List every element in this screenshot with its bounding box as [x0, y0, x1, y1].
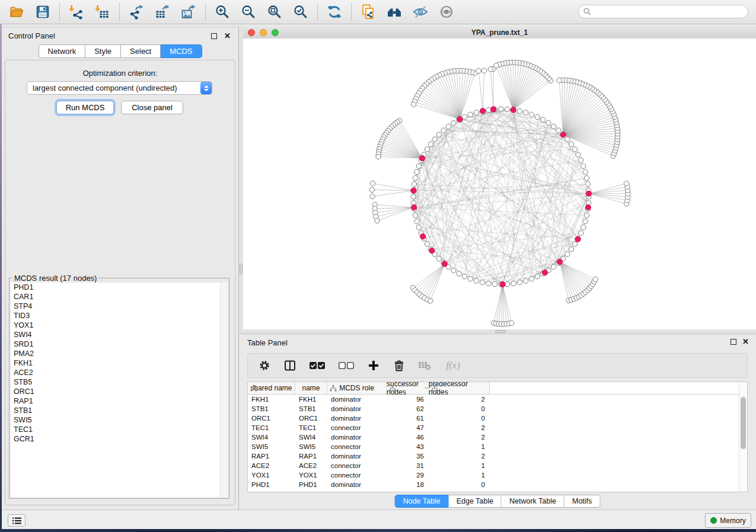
delete-columns-icon[interactable] — [392, 358, 406, 373]
task-history-button[interactable] — [8, 514, 25, 527]
control-panel-tabs: Network Style Select MCDS — [38, 44, 202, 58]
node-table: shared name name MCDS role successor nod… — [247, 382, 748, 492]
column-header-mcds-role[interactable]: MCDS role — [327, 382, 387, 394]
table-row[interactable]: PHD1PHD1dominator180 — [248, 480, 747, 489]
deselect-all-rows-icon[interactable] — [337, 358, 355, 373]
export-image-icon[interactable] — [181, 4, 196, 20]
close-panel-icon[interactable]: ✕ — [742, 338, 749, 345]
zoom-in-icon[interactable] — [215, 4, 230, 20]
new-network-from-selection-icon[interactable] — [361, 4, 376, 20]
table-row[interactable]: TEC1TEC1connector472 — [248, 423, 747, 432]
close-panel-icon[interactable]: ✕ — [224, 33, 231, 39]
tab-mcds[interactable]: MCDS — [161, 44, 202, 58]
splitter-handle[interactable] — [240, 264, 243, 274]
import-group — [60, 4, 119, 20]
open-session-icon[interactable] — [9, 4, 24, 20]
refresh-view-icon[interactable] — [327, 4, 342, 20]
mcds-result-item[interactable]: ACE2 — [11, 368, 228, 377]
float-panel-icon[interactable] — [210, 33, 217, 39]
import-network-icon[interactable] — [69, 4, 84, 20]
table-scrollbar[interactable] — [739, 382, 747, 492]
network-window-titlebar: YPA_prune.txt_1 — [243, 27, 756, 39]
table-row[interactable]: FKH1FKH1dominator962 — [248, 395, 747, 404]
delete-table-icon[interactable] — [417, 358, 432, 373]
table-cell: RAP1 — [248, 453, 295, 460]
import-table-icon[interactable] — [95, 4, 110, 20]
table-cell: 0 — [429, 481, 490, 488]
first-neighbors-icon[interactable] — [387, 4, 402, 20]
run-mcds-button[interactable]: Run MCDS — [56, 101, 114, 114]
tab-network-table[interactable]: Network Table — [502, 495, 564, 508]
export-network-icon[interactable] — [129, 4, 144, 20]
mcds-result-item[interactable]: STB1 — [11, 406, 228, 415]
tab-select[interactable]: Select — [121, 44, 161, 58]
mcds-result-item[interactable]: SWI4 — [11, 330, 228, 339]
table-row[interactable]: ORC1ORC1dominator610 — [248, 414, 747, 423]
mcds-result-item[interactable]: STP4 — [11, 302, 228, 311]
mcds-result-item[interactable]: SWI5 — [11, 415, 228, 425]
mcds-result-item[interactable]: GCR1 — [11, 434, 228, 444]
select-all-rows-icon[interactable] — [308, 358, 326, 373]
splitter-handle[interactable] — [495, 330, 506, 333]
table-row[interactable]: SWI5SWI5connector431 — [248, 442, 747, 451]
vertical-splitter[interactable] — [239, 27, 243, 329]
mcds-result-item[interactable]: YOX1 — [11, 321, 228, 330]
mcds-result-item[interactable]: TEC1 — [11, 425, 228, 434]
column-header-shared-name[interactable]: shared name — [248, 382, 295, 394]
mcds-result-item[interactable]: PHD1 — [11, 283, 228, 292]
tab-edge-table[interactable]: Edge Table — [449, 495, 502, 508]
optimization-criterion-value: largest connected component (undirected) — [27, 84, 200, 92]
mcds-result-item[interactable]: ORC1 — [11, 387, 228, 396]
table-row[interactable]: YOX1YOX1connector291 — [248, 470, 747, 480]
mcds-result-item[interactable]: STB5 — [11, 377, 228, 387]
table-scrollbar-thumb[interactable] — [741, 397, 746, 449]
toggle-columns-icon[interactable] — [283, 358, 297, 373]
mcds-result-item[interactable]: TID3 — [11, 311, 228, 321]
table-cell: STB1 — [248, 405, 295, 412]
show-all-icon[interactable] — [439, 4, 454, 20]
table-options-gear-icon[interactable] — [257, 358, 272, 373]
mcds-result-item[interactable]: FKH1 — [11, 358, 228, 368]
shared-column-icon — [389, 385, 396, 392]
table-row[interactable]: ACE2ACE2connector311 — [248, 461, 747, 470]
hide-selected-icon[interactable] — [413, 4, 428, 20]
table-cell: 61 — [387, 415, 429, 422]
mcds-result-item[interactable]: SRD1 — [11, 339, 228, 349]
network-canvas[interactable] — [243, 39, 756, 329]
search-input[interactable] — [594, 7, 748, 17]
mcds-result-item[interactable]: CAR1 — [11, 292, 228, 302]
table-cell: 1 — [429, 462, 490, 469]
mcds-list-scrollbar[interactable] — [220, 283, 228, 497]
select-stepper-icon — [200, 82, 212, 94]
mcds-result-item[interactable]: RAP1 — [11, 396, 228, 406]
table-cell: 2 — [429, 434, 490, 441]
zoom-selected-icon[interactable] — [293, 4, 308, 20]
save-session-icon[interactable] — [35, 4, 50, 20]
mcds-result-list[interactable]: PHD1CAR1STP4TID3YOX1SWI4SRD1PMA2FKH1ACE2… — [11, 283, 228, 497]
tab-style[interactable]: Style — [85, 44, 121, 58]
zoom-out-icon[interactable] — [241, 4, 256, 20]
table-row[interactable]: RAP1RAP1dominator352 — [248, 451, 747, 461]
column-header-successor-nodes[interactable]: successor nodes — [387, 382, 429, 394]
mcds-result-legend: MCDS result (17 nodes) — [12, 274, 98, 283]
memory-button[interactable]: Memory — [705, 513, 751, 528]
table-row[interactable]: SWI4SWI4dominator462 — [248, 432, 747, 442]
column-header-name[interactable]: name — [295, 382, 327, 394]
horizontal-splitter[interactable] — [239, 329, 756, 334]
mcds-result-item[interactable]: PMA2 — [11, 349, 228, 358]
tab-network[interactable]: Network — [38, 44, 85, 58]
zoom-fit-icon[interactable] — [267, 4, 282, 20]
column-header-predecessor-nodes[interactable]: predecessor nodes — [429, 382, 490, 394]
float-panel-icon[interactable] — [730, 338, 736, 345]
optimization-criterion-select[interactable]: largest connected component (undirected) — [27, 81, 212, 95]
tab-node-table[interactable]: Node Table — [395, 495, 449, 508]
function-builder-icon[interactable]: f(x) — [443, 358, 463, 373]
create-column-icon[interactable] — [366, 358, 381, 373]
table-row[interactable]: STB1STB1dominator620 — [248, 404, 747, 414]
table-cell: ACE2 — [295, 462, 327, 469]
export-table-icon[interactable] — [155, 4, 170, 20]
table-cell: 2 — [429, 453, 490, 460]
table-cell: PHD1 — [295, 481, 327, 488]
close-panel-button[interactable]: Close panel — [121, 101, 183, 114]
tab-motifs[interactable]: Motifs — [564, 495, 600, 508]
